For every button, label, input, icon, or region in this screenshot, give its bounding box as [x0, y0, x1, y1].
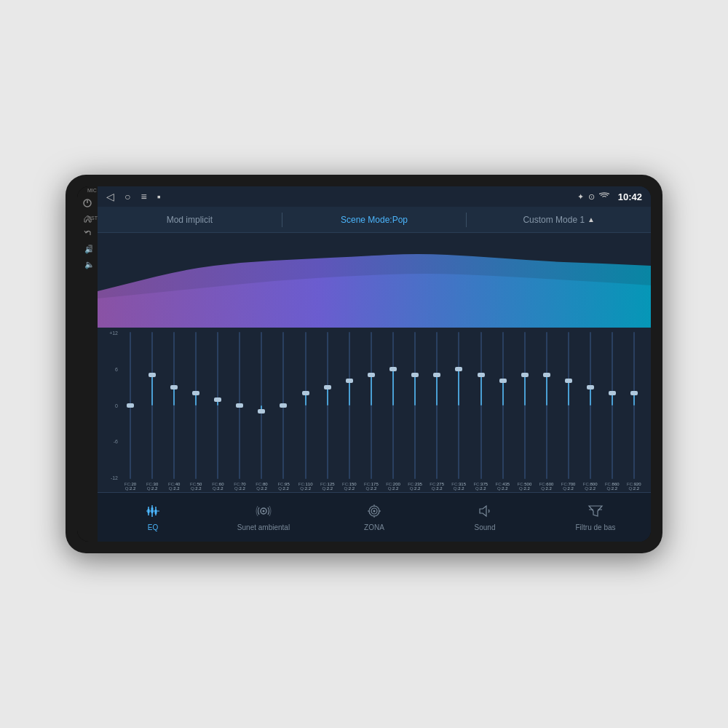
eq-scale: +12 6 0 -6 -12	[103, 331, 119, 480]
slider-thumb-315[interactable]	[455, 367, 462, 371]
eq-band-175[interactable]	[360, 331, 381, 480]
slider-thumb-40[interactable]	[170, 385, 178, 389]
status-bar: ◁ ○ ≡ ▪ ✦ ⊙ 10:42	[98, 186, 651, 207]
band-label-175: FC: 175Q: 2.2	[360, 482, 382, 491]
eq-band-50[interactable]	[185, 331, 206, 480]
slider-thumb-50[interactable]	[192, 391, 199, 395]
eq-band-275[interactable]	[427, 331, 448, 480]
band-label-125: FC: 125Q: 2.2	[317, 482, 339, 491]
nav-buttons: ◁ ○ ≡ ▪	[106, 191, 577, 202]
eq-band-800[interactable]	[580, 331, 601, 480]
slider-thumb-95[interactable]	[280, 403, 287, 408]
svg-rect-8	[151, 507, 154, 513]
eq-bands-container	[119, 331, 645, 480]
slider-thumb-30[interactable]	[149, 373, 156, 377]
eq-band-80[interactable]	[251, 331, 272, 480]
band-label-375: FC: 375Q: 2.2	[470, 482, 491, 491]
eq-band-40[interactable]	[163, 331, 184, 480]
slider-thumb-200[interactable]	[389, 367, 397, 371]
tab-eq-label: EQ	[148, 523, 158, 531]
slider-thumb-70[interactable]	[236, 403, 243, 408]
slider-thumb-800[interactable]	[587, 385, 594, 389]
slider-thumb-600[interactable]	[543, 373, 550, 377]
eq-band-700[interactable]	[558, 331, 579, 480]
recent-nav-btn[interactable]: ▪	[157, 191, 161, 202]
slider-thumb-275[interactable]	[433, 373, 440, 377]
tab-filtru-label: Filtru de bas	[575, 523, 615, 531]
slider-thumb-435[interactable]	[499, 379, 507, 383]
band-label-275: FC: 275Q: 2.2	[426, 482, 448, 491]
vol-up-button[interactable]: 🔊	[83, 245, 92, 254]
menu-nav-btn[interactable]: ≡	[141, 191, 146, 202]
mode-bar: Mod implicit Scene Mode:Pop Custom Mode …	[98, 207, 651, 233]
vol-down-button[interactable]: 🔈	[83, 260, 92, 269]
eq-band-375[interactable]	[470, 331, 491, 480]
tab-filtru[interactable]: Filtru de bas	[540, 493, 651, 542]
eq-band-235[interactable]	[405, 331, 426, 480]
eq-band-600[interactable]	[536, 331, 557, 480]
tab-eq[interactable]: EQ	[98, 493, 208, 542]
eq-band-200[interactable]	[383, 331, 404, 480]
tab-zona[interactable]: ZONA	[319, 493, 430, 542]
eq-band-150[interactable]	[339, 331, 360, 480]
band-label-200: FC: 200Q: 2.2	[382, 482, 404, 491]
scale-minus12: -12	[103, 475, 119, 480]
mic-label: MIC	[87, 188, 97, 193]
eq-sliders-area: +12 6 0 -6 -12 FC: 20Q: 2.2FC: 30Q: 2.2F…	[98, 328, 651, 492]
slider-thumb-235[interactable]	[411, 373, 419, 377]
eq-band-95[interactable]	[273, 331, 294, 480]
device-frame: MIC RST 🔊 🔈	[66, 175, 662, 553]
tab-sound-label: Sound	[475, 523, 496, 531]
eq-band-20[interactable]	[119, 331, 141, 480]
svg-text:🔊: 🔊	[84, 245, 92, 254]
slider-thumb-125[interactable]	[324, 385, 331, 389]
slider-thumb-175[interactable]	[368, 373, 375, 377]
band-label-150: FC: 150Q: 2.2	[339, 482, 360, 491]
eq-band-920[interactable]	[624, 331, 645, 480]
bluetooth-icon: ✦	[577, 192, 584, 202]
eq-band-70[interactable]	[229, 331, 250, 480]
eq-band-110[interactable]	[295, 331, 316, 480]
eq-band-125[interactable]	[317, 331, 338, 480]
home-nav-btn[interactable]: ○	[124, 191, 130, 202]
band-label-80: FC: 80Q: 2.2	[250, 482, 272, 491]
eq-band-500[interactable]	[514, 331, 535, 480]
mod-implicit-btn[interactable]: Mod implicit	[98, 207, 282, 232]
eq-band-435[interactable]	[492, 331, 513, 480]
slider-thumb-20[interactable]	[127, 403, 134, 408]
slider-thumb-60[interactable]	[214, 397, 221, 402]
band-label-50: FC: 50Q: 2.2	[185, 482, 207, 491]
side-buttons: 🔊 🔈	[77, 186, 98, 542]
band-label-70: FC: 70Q: 2.2	[229, 482, 250, 491]
slider-thumb-375[interactable]	[478, 373, 485, 377]
tab-sound[interactable]: Sound	[430, 493, 540, 542]
slider-thumb-920[interactable]	[630, 391, 638, 395]
svg-rect-6	[148, 509, 150, 513]
slider-thumb-110[interactable]	[302, 391, 309, 395]
slider-thumb-700[interactable]	[565, 379, 572, 383]
eq-band-315[interactable]	[448, 331, 470, 480]
slider-thumb-150[interactable]	[346, 379, 353, 383]
band-label-600: FC: 600Q: 2.2	[535, 482, 557, 491]
eq-band-30[interactable]	[141, 331, 162, 480]
band-label-30: FC: 30Q: 2.2	[141, 482, 163, 491]
band-label-235: FC: 235Q: 2.2	[404, 482, 426, 491]
back-nav-btn[interactable]: ◁	[106, 191, 114, 202]
power-button[interactable]	[82, 198, 92, 208]
filter-icon	[587, 504, 604, 521]
band-label-800: FC: 800Q: 2.2	[579, 482, 601, 491]
band-label-500: FC: 500Q: 2.2	[513, 482, 535, 491]
tab-sunet-ambiental[interactable]: Sunet ambiental	[208, 493, 319, 542]
slider-thumb-80[interactable]	[258, 409, 265, 414]
eq-band-860[interactable]	[602, 331, 623, 480]
slider-thumb-860[interactable]	[609, 391, 616, 395]
eq-band-60[interactable]	[207, 331, 229, 480]
back-button[interactable]	[83, 229, 92, 239]
eq-icon	[145, 504, 161, 521]
slider-thumb-500[interactable]	[521, 373, 529, 377]
main-screen: ◁ ○ ≡ ▪ ✦ ⊙ 10:42 Mod implicit	[98, 186, 651, 542]
custom-mode-btn[interactable]: Custom Mode 1 ▲	[467, 207, 651, 232]
tab-zona-label: ZONA	[364, 523, 384, 531]
scene-mode-btn[interactable]: Scene Mode:Pop	[282, 207, 467, 232]
target-icon	[366, 504, 382, 521]
